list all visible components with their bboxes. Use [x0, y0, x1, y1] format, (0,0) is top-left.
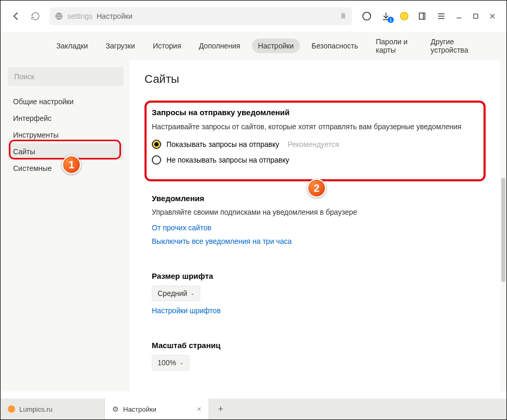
link-mute-3h[interactable]: Выключить все уведомления на три часа — [152, 237, 478, 245]
svg-rect-2 — [419, 13, 425, 19]
annotation-badge-1: 1 — [62, 155, 81, 174]
svg-point-1 — [363, 13, 371, 20]
radio-show-requests[interactable]: Показывать запросы на отправку Рекоменду… — [152, 140, 478, 149]
nav-passwords[interactable]: Пароли и карты — [370, 34, 419, 57]
zoom-select[interactable]: 100% ⌄ — [152, 355, 189, 370]
content-panel: Сайты Запросы на отправку уведомлений На… — [130, 60, 500, 391]
notif-desc: Управляйте своими подписками на уведомле… — [152, 208, 478, 216]
bookmark-icon[interactable] — [340, 13, 347, 20]
annotation-badge-2: 2 — [307, 179, 326, 197]
address-prefix: settings — [67, 12, 92, 20]
address-bar[interactable]: settings Настройки — [50, 7, 352, 25]
favicon-icon — [8, 405, 15, 413]
nav-history[interactable]: История — [147, 39, 187, 53]
nav-security[interactable]: Безопасность — [305, 39, 364, 53]
radio-hide-label: Не показывать запросы на отправку — [166, 156, 289, 164]
menu-icon[interactable] — [437, 11, 446, 21]
nav-bookmarks[interactable]: Закладки — [50, 39, 94, 53]
maximize-icon[interactable] — [472, 13, 479, 20]
settings-nav: Закладки Загрузки История Дополнения Нас… — [1, 32, 506, 60]
new-tab-button[interactable]: + — [209, 399, 232, 419]
address-title: Настройки — [96, 12, 132, 20]
browser-tab-lumpics[interactable]: Lumpics.ru — [1, 399, 105, 419]
downloads-icon[interactable] — [381, 11, 391, 21]
section-page-zoom: Масштаб страниц 100% ⌄ — [144, 337, 486, 382]
link-font-settings[interactable]: Настройки шрифтов — [152, 306, 478, 315]
nav-other-devices[interactable]: Другие устройства — [425, 34, 480, 57]
radio-icon-checked — [152, 140, 161, 149]
sidebar: Поиск Общие настройки Интерфейс Инструме… — [1, 60, 128, 391]
recommended-hint: Рекомендуется — [287, 140, 339, 149]
sidebar-item-interface[interactable]: Интерфейс — [8, 110, 124, 127]
page-title: Сайты — [144, 72, 486, 86]
close-icon[interactable] — [489, 13, 496, 20]
section-notifications: Уведомления Управляйте своими подписками… — [144, 190, 486, 257]
sidebar-item-general[interactable]: Общие настройки — [8, 93, 124, 110]
section-notification-requests: Запросы на отправку уведомлений Настраив… — [144, 101, 486, 181]
font-heading: Размер шрифта — [152, 271, 478, 280]
tab-label: Настройки — [123, 405, 156, 413]
notif-req-desc: Настраивайте запросы от сайтов, которые … — [152, 122, 478, 132]
browser-toolbar: settings Настройки — [1, 1, 506, 32]
globe-icon — [55, 12, 63, 20]
workspace: Поиск Общие настройки Интерфейс Инструме… — [1, 60, 506, 391]
nav-addons[interactable]: Дополнения — [192, 39, 246, 53]
shield-icon[interactable] — [400, 12, 408, 20]
nav-downloads[interactable]: Загрузки — [100, 39, 141, 53]
gear-icon: ⚙ — [112, 405, 119, 413]
zoom-value: 100% — [158, 359, 176, 367]
link-other-sites[interactable]: От прочих сайтов — [152, 224, 478, 232]
zoom-heading: Масштаб страниц — [152, 341, 478, 350]
browser-tab-settings[interactable]: ⚙ Настройки × — [105, 399, 209, 419]
nav-settings[interactable]: Настройки — [252, 39, 300, 53]
font-size-value: Средний — [158, 289, 187, 298]
chevron-down-icon: ⌄ — [190, 290, 195, 296]
sidebar-panel-icon[interactable] — [418, 11, 427, 21]
radio-show-label: Показывать запросы на отправку — [166, 140, 279, 149]
chevron-down-icon: ⌄ — [179, 360, 184, 365]
scrollbar-thumb[interactable] — [501, 178, 505, 282]
tab-strip: Lumpics.ru ⚙ Настройки × + — [1, 399, 506, 419]
sidebar-item-tools[interactable]: Инструменты — [8, 127, 124, 143]
tab-label: Lumpics.ru — [19, 405, 53, 413]
search-input[interactable]: Поиск — [8, 67, 124, 86]
zen-icon[interactable] — [361, 11, 372, 21]
radio-icon-unchecked — [152, 155, 161, 165]
minimize-icon[interactable] — [455, 13, 463, 20]
radio-hide-requests[interactable]: Не показывать запросы на отправку — [152, 155, 478, 165]
back-icon[interactable] — [11, 11, 21, 21]
font-size-select[interactable]: Средний ⌄ — [152, 286, 200, 301]
svg-rect-3 — [474, 14, 478, 18]
section-font-size: Размер шрифта Средний ⌄ Настройки шрифто… — [144, 267, 486, 326]
reload-icon[interactable] — [31, 11, 40, 21]
close-tab-icon[interactable]: × — [197, 405, 201, 413]
notif-req-heading: Запросы на отправку уведомлений — [152, 108, 478, 117]
